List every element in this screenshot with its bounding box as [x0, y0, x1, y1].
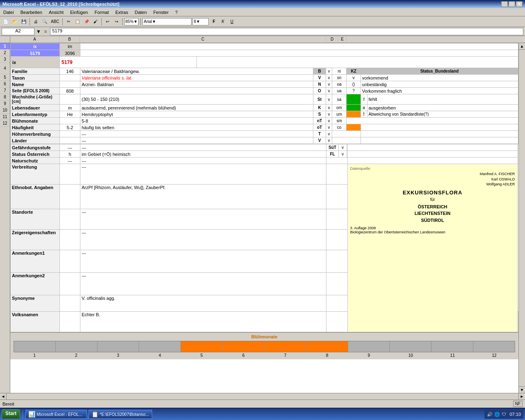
menu-einfuegen[interactable]: Einfügen: [68, 9, 89, 15]
cell-sa-color: [347, 94, 361, 105]
col-header-e[interactable]: E: [338, 36, 347, 43]
formula-bar: A2 ▼ = 5179: [0, 27, 525, 36]
bloom-label-1: 1: [14, 353, 55, 358]
menu-datei[interactable]: Datei: [2, 9, 16, 15]
status-text: Bereit: [2, 402, 14, 406]
font-dropdown[interactable]: Arial▼: [142, 18, 192, 25]
cell-taxon-value: Valeriana officinalis s. lat.: [80, 75, 313, 81]
scroll-up-btn[interactable]: ▲: [519, 43, 525, 50]
cell-seite-empty: [80, 88, 313, 94]
bold-button[interactable]: F: [210, 18, 218, 26]
italic-button[interactable]: K: [219, 18, 227, 26]
cell-familie-num: 146: [60, 68, 80, 75]
row-num-7: 7: [0, 87, 10, 94]
taskbar-item-botanik[interactable]: 📋 *E:\EFOLS2007\Botanisc...: [89, 410, 152, 419]
cell-ethnobot-label: Ethnobot. Angaben: [11, 185, 60, 209]
start-button[interactable]: Start: [2, 409, 20, 419]
cell-t-v: v: [326, 131, 332, 137]
cell-ethnobot-empty: [60, 185, 80, 209]
cell-st-v: v: [326, 94, 332, 105]
cell-status-abweichung: Abweichung von Standardliste(?): [367, 111, 518, 118]
undo-button[interactable]: ↩: [103, 18, 112, 26]
col-header-a[interactable]: A: [10, 36, 59, 43]
cell-nt-v: v: [326, 118, 332, 124]
scroll-right-btn[interactable]: ►: [518, 393, 525, 399]
scrollbar-horizontal[interactable]: ◄ ►: [0, 393, 525, 399]
cell-s-v: v: [326, 111, 332, 118]
col-header-c[interactable]: C: [80, 36, 326, 43]
copy-button[interactable]: 📋: [73, 18, 82, 26]
cell-lebenform-code: He: [60, 111, 80, 118]
open-button[interactable]: 📂: [11, 18, 19, 26]
toolbar: 📄 📂 💾 🖨 🔍 ABC ✂ 📋 📌 🖌 ↩ ↪ 85%▼ Arial▼ 8▼…: [0, 16, 525, 27]
menu-format[interactable]: Format: [93, 9, 110, 15]
menu-daten[interactable]: Daten: [133, 9, 148, 15]
col-header-d[interactable]: D: [326, 36, 338, 43]
cell-ix-value[interactable]: 5179: [11, 50, 60, 57]
zoom-dropdown[interactable]: 85%▼: [124, 18, 139, 25]
redo-button[interactable]: ↪: [112, 18, 121, 26]
bloom-month-9: [348, 341, 390, 352]
print-preview-button[interactable]: 🔍: [41, 18, 49, 26]
scroll-track-h[interactable]: [7, 393, 518, 399]
cell-anmerk2-empty: [60, 273, 80, 295]
formula-input[interactable]: 5179: [50, 28, 523, 35]
new-button[interactable]: 📄: [2, 18, 10, 26]
status-right: NF: [513, 401, 523, 407]
underline-button[interactable]: U: [228, 18, 236, 26]
taskbar-clock: 🔊 🌐 🛡 07:10: [484, 410, 523, 419]
scroll-track-v[interactable]: [519, 50, 525, 386]
cell-reference-start: [347, 118, 518, 124]
minimize-button[interactable]: _: [501, 1, 508, 7]
cell-empty-row2: [80, 50, 518, 57]
taskbar-botanik-label: *E:\EFOLS2007\Botanisc...: [100, 412, 149, 417]
window-title: Microsoft Excel - EFÖLS3_12_2010 [Schrei…: [2, 2, 119, 7]
cell-ua: ua: [332, 88, 347, 94]
toolbar-sep-1: [30, 18, 30, 25]
cell-status-a: a: [361, 105, 367, 111]
paste-button[interactable]: 📌: [82, 18, 91, 26]
cell-o-code: O: [313, 88, 326, 94]
maximize-button[interactable]: □: [509, 1, 515, 7]
col-header-rest[interactable]: [347, 36, 525, 43]
cell-n-v: v: [326, 81, 332, 88]
bloom-month-11: [431, 341, 473, 352]
spell-check-button[interactable]: ABC: [50, 18, 61, 26]
print-button[interactable]: 🖨: [32, 18, 40, 26]
menu-bearbeiten[interactable]: Bearbeiten: [19, 9, 44, 15]
cut-button[interactable]: ✂: [64, 18, 73, 26]
window-controls[interactable]: _ □ ✕: [501, 1, 523, 7]
font-size-dropdown[interactable]: 8▼: [192, 18, 209, 25]
cell-fl-v: v: [339, 151, 347, 158]
excel-icon: 📊: [28, 411, 35, 418]
cell-empty-header: [80, 43, 518, 50]
bloom-label-2: 2: [55, 353, 97, 358]
menu-extras[interactable]: Extras: [114, 9, 130, 15]
cell-anmerk1-empty: [60, 250, 80, 273]
scroll-down-btn[interactable]: ▼: [519, 386, 525, 393]
col-header-b[interactable]: B: [59, 36, 80, 43]
menu-help[interactable]: ?: [173, 9, 179, 15]
bloom-month-8: [306, 341, 348, 352]
row-num-4: 4: [0, 63, 10, 74]
scroll-left-btn[interactable]: ◄: [0, 393, 7, 399]
bloom-month-labels: 1 2 3 4 5 6 7 8 9 10 11 12: [14, 353, 515, 358]
cell-status-bundesland: Status_Bundesland: [361, 68, 518, 75]
cell-status-oe-value: im Gebiet (=Ö) heimisch: [80, 151, 326, 158]
cell-status-unbestandig: unbeständig: [361, 81, 518, 88]
cell-o-v: v: [326, 88, 332, 94]
taskbar-excel-label: Microsoft Excel - EFOL...: [37, 412, 82, 417]
font-name: Arial: [144, 19, 152, 24]
save-button[interactable]: 💾: [20, 18, 28, 26]
menu-fenster[interactable]: Fenster: [152, 9, 170, 15]
toolbar-sep-2: [62, 18, 63, 25]
close-button[interactable]: ✕: [516, 1, 523, 7]
cell-v2-v: v: [326, 137, 332, 144]
cell-reference-box[interactable]: A2: [2, 28, 34, 35]
scrollbar-vertical[interactable]: ▲ ▼: [518, 43, 525, 393]
cell-st-code: St: [313, 94, 326, 105]
cell-ethnobot-extra: [326, 185, 348, 209]
taskbar-item-excel[interactable]: 📊 Microsoft Excel - EFOL...: [25, 410, 87, 419]
menu-ansicht[interactable]: Ansicht: [47, 9, 65, 15]
format-painter-button[interactable]: 🖌: [91, 18, 100, 26]
